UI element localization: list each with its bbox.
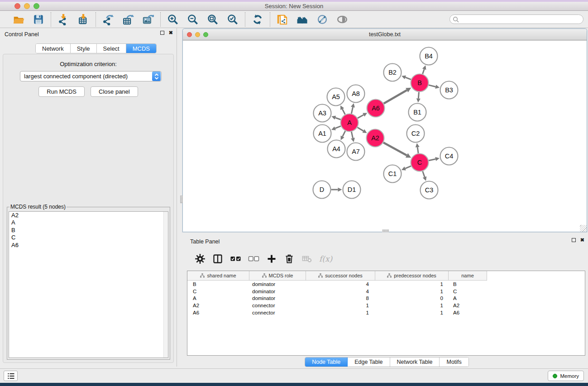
export-image-button[interactable] bbox=[142, 13, 154, 26]
column-header-predecessor-nodes[interactable]: predecessor nodes bbox=[375, 271, 449, 281]
memory-label: Memory bbox=[560, 373, 579, 379]
application-window: Session: New Session Control Panel ✖ Net… bbox=[0, 0, 588, 386]
search-input[interactable] bbox=[449, 14, 583, 24]
graph-node-label-B3: B3 bbox=[445, 86, 453, 94]
table-row[interactable]: Adominator80A bbox=[187, 295, 585, 302]
mcds-result-title: MCDS result (5 nodes) bbox=[10, 204, 67, 210]
zoom-out-button[interactable] bbox=[186, 13, 199, 26]
node-table[interactable]: shared nameMCDS rolesuccessor nodesprede… bbox=[187, 271, 585, 356]
window-bottom-grip[interactable] bbox=[382, 229, 389, 232]
network-minimize-button[interactable] bbox=[195, 32, 200, 37]
tab-motifs[interactable]: Motifs bbox=[440, 357, 468, 367]
run-mcds-button[interactable]: Run MCDS bbox=[38, 86, 85, 97]
table-cell: 1 bbox=[375, 289, 449, 294]
graph-node-label-A: A bbox=[347, 119, 352, 126]
mcds-result-item[interactable]: C bbox=[9, 234, 168, 241]
close-window-button[interactable] bbox=[14, 3, 20, 9]
deselect-all-rows-button[interactable] bbox=[248, 253, 259, 265]
graph-node-label-A7: A7 bbox=[352, 148, 360, 155]
tab-select[interactable]: Select bbox=[97, 44, 126, 53]
open-file-button[interactable] bbox=[12, 13, 25, 26]
export-image-icon bbox=[142, 14, 154, 25]
toolbar-group bbox=[270, 13, 354, 26]
table-row[interactable]: A2connector11A2 bbox=[187, 302, 585, 309]
graph-node-label-C3: C3 bbox=[425, 186, 434, 194]
table-row[interactable]: Cdominator41C bbox=[187, 288, 585, 295]
import-network-button[interactable] bbox=[57, 13, 70, 26]
home-view-button[interactable] bbox=[296, 13, 309, 26]
create-column-button[interactable] bbox=[266, 253, 277, 265]
table-options-gear-button[interactable] bbox=[195, 253, 206, 265]
split-columns-button[interactable] bbox=[212, 253, 223, 265]
mcds-result-item[interactable]: B bbox=[9, 227, 168, 234]
network-zoom-button[interactable] bbox=[203, 32, 208, 37]
float-table-panel-icon[interactable] bbox=[572, 238, 576, 242]
mcds-result-list[interactable]: A2ABCA6 bbox=[9, 211, 168, 358]
table-cell: C bbox=[187, 289, 249, 294]
tab-mcds[interactable]: MCDS bbox=[126, 44, 156, 53]
column-header-name[interactable]: name bbox=[449, 271, 487, 281]
network-window-titlebar[interactable]: testGlobe.txt bbox=[183, 29, 587, 40]
close-panel-icon[interactable]: ✖ bbox=[169, 31, 173, 35]
zoom-selected-icon bbox=[227, 14, 239, 25]
select-all-rows-button[interactable] bbox=[230, 253, 241, 265]
tab-node-table[interactable]: Node Table bbox=[305, 357, 348, 367]
graph-node-label-B1: B1 bbox=[413, 109, 421, 116]
criterion-select-value: largest connected component (directed) bbox=[20, 73, 152, 80]
deselect-all-rows-icon bbox=[248, 253, 259, 264]
export-table-button[interactable] bbox=[122, 13, 134, 26]
show-panels-button[interactable] bbox=[4, 371, 18, 381]
zoom-out-icon bbox=[187, 14, 199, 25]
window-left-grip[interactable] bbox=[180, 195, 183, 203]
tab-network[interactable]: Network bbox=[36, 44, 71, 53]
zoom-selected-button[interactable] bbox=[226, 13, 239, 26]
refresh-layout-button[interactable] bbox=[251, 13, 264, 26]
mcds-result-item[interactable]: A6 bbox=[9, 242, 168, 249]
save-session-button[interactable] bbox=[32, 13, 45, 26]
table-cell: 1 bbox=[375, 281, 449, 287]
tab-network-table[interactable]: Network Table bbox=[390, 357, 440, 367]
close-table-panel-icon[interactable]: ✖ bbox=[580, 238, 584, 242]
column-header-successor-nodes[interactable]: successor nodes bbox=[306, 271, 375, 281]
zoom-in-button[interactable] bbox=[167, 13, 179, 26]
function-builder-button: f(x) bbox=[319, 253, 332, 265]
tab-style[interactable]: Style bbox=[71, 44, 97, 53]
import-table-button[interactable] bbox=[77, 13, 90, 26]
table-row[interactable]: A6connector11A6 bbox=[187, 309, 585, 316]
zoom-fit-button[interactable] bbox=[206, 13, 219, 26]
clone-network-document-icon bbox=[277, 14, 288, 25]
delete-column-button[interactable] bbox=[284, 253, 295, 265]
clone-network-document-button[interactable] bbox=[276, 13, 289, 26]
column-header-shared-name[interactable]: shared name bbox=[187, 271, 249, 281]
close-panel-button[interactable]: Close panel bbox=[91, 86, 138, 97]
table-row[interactable]: Bdominator41B bbox=[187, 281, 585, 288]
table-body: Bdominator41BCdominator41CAdominator80AA… bbox=[187, 281, 585, 316]
memory-button[interactable]: Memory bbox=[548, 371, 584, 381]
mcds-result-item[interactable]: A2 bbox=[9, 212, 168, 219]
table-cell: A bbox=[187, 295, 249, 301]
attribute-tree-icon bbox=[318, 273, 323, 278]
zoom-window-button[interactable] bbox=[33, 3, 39, 9]
hide-annotations-button[interactable] bbox=[316, 13, 329, 26]
mcds-result-item[interactable]: A bbox=[9, 219, 168, 226]
window-resize-grip[interactable] bbox=[580, 225, 587, 232]
column-header-MCDS-role[interactable]: MCDS role bbox=[249, 271, 306, 281]
criterion-select[interactable]: largest connected component (directed) bbox=[20, 71, 162, 81]
network-graph-svg: AA1A2A3A4A5A6A7A8BB1B2B3B4CC1C2C3C4DD1 bbox=[183, 41, 587, 232]
mcds-list-scrollbar[interactable] bbox=[163, 212, 168, 357]
show-eye-button[interactable] bbox=[336, 13, 349, 26]
export-network-button[interactable] bbox=[102, 13, 115, 26]
column-header-label: successor nodes bbox=[325, 273, 363, 278]
graph-node-label-A6: A6 bbox=[372, 105, 380, 112]
select-all-rows-icon bbox=[230, 253, 241, 264]
float-panel-icon[interactable] bbox=[160, 31, 164, 35]
tab-edge-table[interactable]: Edge Table bbox=[348, 357, 390, 367]
table-cell: B bbox=[187, 281, 249, 287]
export-table-icon bbox=[122, 14, 134, 25]
network-close-button[interactable] bbox=[187, 32, 192, 37]
toolbar-group bbox=[96, 13, 160, 26]
table-cell: A2 bbox=[449, 303, 487, 308]
network-window-controls bbox=[187, 32, 208, 37]
minimize-window-button[interactable] bbox=[24, 3, 30, 9]
network-canvas[interactable]: AA1A2A3A4A5A6A7A8BB1B2B3B4CC1C2C3C4DD1 bbox=[183, 40, 587, 232]
